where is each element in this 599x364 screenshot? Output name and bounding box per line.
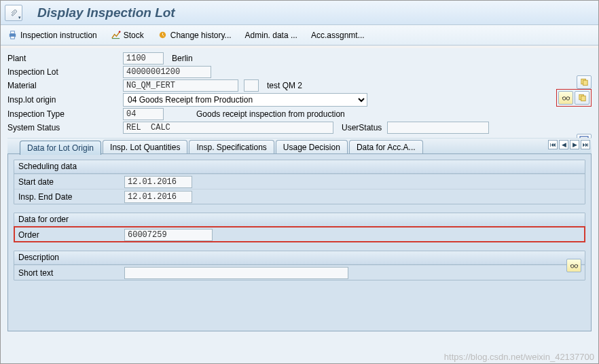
- inspection-type-text: Goods receipt inspection from production: [169, 109, 345, 119]
- print-icon: [7, 30, 18, 40]
- admin-data-button[interactable]: Admin. data ...: [245, 31, 297, 40]
- stock-button[interactable]: Stock: [111, 30, 144, 40]
- tab-insp-specifications[interactable]: Insp. Specifications: [189, 140, 274, 154]
- system-status-label: System Status: [7, 123, 123, 132]
- inspection-instruction-button[interactable]: Inspection instruction: [7, 30, 97, 40]
- start-date-label: Start date: [18, 177, 124, 187]
- copy-button-2[interactable]: [575, 91, 589, 105]
- svg-rect-4: [112, 38, 120, 39]
- stock-icon: [111, 30, 121, 40]
- attachment-button[interactable]: ▾: [5, 5, 22, 21]
- tab-scroll-left[interactable]: ◀: [559, 140, 568, 149]
- svg-rect-11: [581, 96, 585, 101]
- copy-button-1[interactable]: [577, 75, 592, 89]
- tab-data-for-acc-assgnmt[interactable]: Data for Acc.A...: [349, 140, 423, 154]
- order-field[interactable]: [124, 229, 213, 241]
- inspection-lot-label: Inspection Lot: [7, 67, 123, 77]
- svg-point-3: [118, 31, 120, 33]
- tab-scroll-last[interactable]: ⏭: [581, 140, 590, 149]
- plant-label: Plant: [7, 54, 123, 63]
- description-title: Description: [14, 251, 585, 265]
- tab-strip: Data for Lot Origin Insp. Lot Quantities…: [7, 138, 592, 154]
- inspection-type-label: Inspection Type: [7, 109, 123, 119]
- user-status-label: UserStatus: [339, 123, 382, 132]
- header-form: Plant Berlin Inspection Lot Material tes…: [7, 52, 592, 134]
- origin-dropdown[interactable]: 04 Goods Receipt from Production: [123, 93, 367, 107]
- title-bar: ▾ Display Inspection Lot: [1, 1, 598, 25]
- content-area: Plant Berlin Inspection Lot Material tes…: [1, 48, 598, 363]
- change-history-button[interactable]: Change history...: [158, 30, 232, 40]
- svg-rect-1: [11, 31, 15, 34]
- selected-icon-row: [556, 89, 592, 107]
- header-icon-buttons: [577, 75, 592, 89]
- tab-insp-lot-quantities[interactable]: Insp. Lot Quantities: [103, 140, 187, 154]
- tab-usage-decision[interactable]: Usage Decision: [276, 140, 348, 154]
- tab-scroll-right[interactable]: ▶: [570, 140, 579, 149]
- change-history-label: Change history...: [170, 31, 232, 40]
- tab-body-data-for-lot-origin: Scheduling data Start date Insp. End Dat…: [7, 153, 592, 331]
- inspection-instruction-label: Inspection instruction: [20, 31, 97, 40]
- tab-scroll-controls: ⏮ ◀ ▶ ⏭: [548, 140, 590, 149]
- system-status-field[interactable]: [123, 122, 333, 134]
- insp-end-date-field[interactable]: [124, 191, 192, 203]
- glasses-icon: [562, 94, 570, 102]
- short-text-label: Short text: [18, 268, 124, 278]
- insp-end-date-label: Insp. End Date: [18, 192, 124, 202]
- admin-data-label: Admin. data ...: [245, 31, 297, 40]
- short-text-field[interactable]: [124, 267, 348, 279]
- change-history-icon: [158, 30, 168, 40]
- tab-scroll-first[interactable]: ⏮: [548, 140, 558, 149]
- data-for-order-group: Data for order Order: [14, 213, 585, 242]
- svg-point-8: [562, 97, 566, 101]
- glasses-icon: [570, 261, 579, 270]
- scheduling-data-group: Scheduling data Start date Insp. End Dat…: [14, 160, 585, 204]
- acc-assgnmt-label: Acc.assgnmt...: [311, 31, 365, 40]
- start-date-field[interactable]: [124, 176, 192, 188]
- user-status-field[interactable]: [387, 122, 489, 134]
- chevron-down-icon: ▾: [18, 15, 21, 20]
- tab-data-for-lot-origin[interactable]: Data for Lot Origin: [20, 141, 101, 155]
- description-group: Description Short text: [14, 251, 585, 280]
- acc-assgnmt-button[interactable]: Acc.assgnmt...: [311, 31, 365, 40]
- origin-label: Insp.lot origin: [7, 95, 123, 105]
- svg-point-9: [566, 97, 569, 101]
- svg-point-15: [574, 265, 577, 268]
- order-display-button[interactable]: [566, 259, 581, 272]
- plant-text: Berlin: [169, 54, 193, 63]
- data-for-order-title: Data for order: [14, 213, 585, 227]
- svg-point-14: [570, 265, 574, 268]
- material-field[interactable]: [123, 79, 238, 92]
- paperclip-icon: [10, 9, 18, 17]
- inspection-lot-field[interactable]: [123, 66, 211, 78]
- page-title: Display Inspection Lot: [25, 5, 175, 20]
- material-extra-field[interactable]: [244, 79, 259, 92]
- plant-field[interactable]: [123, 52, 164, 65]
- glasses-button[interactable]: [558, 91, 573, 105]
- stock-label: Stock: [124, 31, 144, 40]
- scheduling-data-title: Scheduling data: [14, 160, 585, 174]
- inspection-type-field[interactable]: [123, 108, 164, 120]
- app-toolbar: Inspection instruction Stock Change hist…: [1, 25, 598, 46]
- svg-rect-7: [583, 80, 587, 85]
- order-label: Order: [18, 230, 124, 240]
- svg-rect-2: [11, 36, 15, 39]
- material-label: Material: [7, 81, 123, 90]
- material-text: test QM 2: [264, 81, 302, 90]
- app-window: ▾ Display Inspection Lot Inspection inst…: [0, 0, 599, 364]
